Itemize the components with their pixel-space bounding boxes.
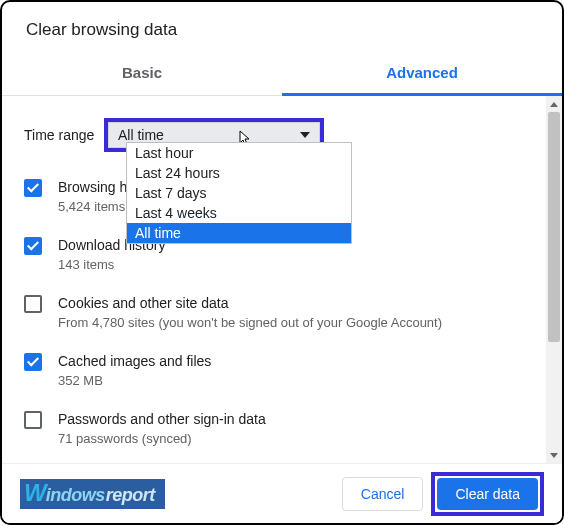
scroll-area: Time range All time Last hour Last 24 ho… [2, 96, 562, 463]
checkbox-passwords[interactable] [24, 411, 42, 429]
scroll-down-button[interactable] [546, 447, 562, 463]
item-title: Passwords and other sign-in data [58, 409, 520, 429]
dropdown-option-last-hour[interactable]: Last hour [127, 143, 351, 163]
scroll-thumb[interactable] [548, 112, 560, 342]
time-range-row: Time range All time Last hour Last 24 ho… [24, 96, 520, 164]
checkbox-cached[interactable] [24, 353, 42, 371]
item-title: Cookies and other site data [58, 293, 520, 313]
item-sub: 143 items [58, 255, 520, 275]
scrollbar[interactable] [546, 96, 562, 463]
clear-button-highlight: Clear data [431, 472, 544, 516]
dialog-footer: Windowsreport Cancel Clear data [2, 463, 562, 523]
watermark: Windowsreport [20, 479, 334, 509]
time-range-dropdown: Last hour Last 24 hours Last 7 days Last… [126, 142, 352, 244]
item-sub: From 4,780 sites (you won't be signed ou… [58, 313, 520, 333]
checkbox-browsing-history[interactable] [24, 179, 42, 197]
tab-advanced[interactable]: Advanced [282, 54, 562, 95]
select-value: All time [118, 127, 300, 143]
item-passwords: Passwords and other sign-in data 71 pass… [24, 400, 520, 458]
chevron-down-icon [300, 132, 310, 138]
watermark-report: report [106, 485, 155, 506]
item-cached: Cached images and files 352 MB [24, 342, 520, 400]
tab-basic[interactable]: Basic [2, 54, 282, 95]
dropdown-option-all-time[interactable]: All time [127, 223, 351, 243]
dropdown-option-last-24-hours[interactable]: Last 24 hours [127, 163, 351, 183]
clear-data-button[interactable]: Clear data [437, 478, 538, 510]
checkbox-download-history[interactable] [24, 237, 42, 255]
dialog-title: Clear browsing data [2, 2, 562, 54]
item-title: Cached images and files [58, 351, 520, 371]
cancel-button[interactable]: Cancel [342, 477, 424, 511]
dropdown-option-last-4-weeks[interactable]: Last 4 weeks [127, 203, 351, 223]
tabs: Basic Advanced [2, 54, 562, 96]
item-cookies: Cookies and other site data From 4,780 s… [24, 284, 520, 342]
watermark-w: W [24, 479, 46, 507]
scroll-up-button[interactable] [546, 96, 562, 112]
watermark-indows: indows [46, 485, 105, 506]
dropdown-option-last-7-days[interactable]: Last 7 days [127, 183, 351, 203]
checkbox-cookies[interactable] [24, 295, 42, 313]
item-sub: 71 passwords (synced) [58, 429, 520, 449]
item-sub: 352 MB [58, 371, 520, 391]
time-range-label: Time range [24, 127, 104, 143]
